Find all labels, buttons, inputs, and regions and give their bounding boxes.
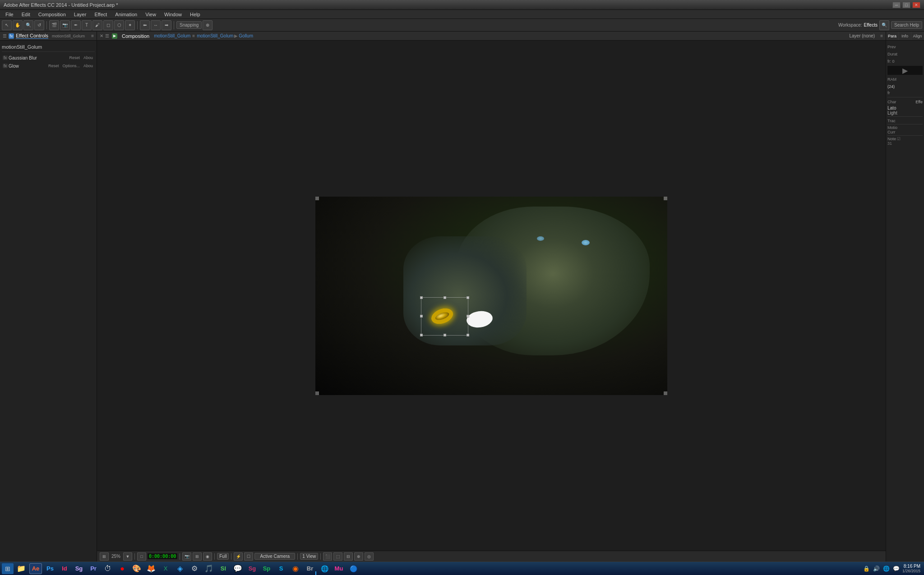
comp-header-menu[interactable]: ≡ (880, 33, 883, 38)
glow-options[interactable]: Options... (61, 64, 81, 68)
glow-about[interactable]: Abou (83, 64, 94, 68)
zoom-dropdown[interactable]: ▼ (123, 552, 132, 561)
start-button[interactable]: ⊞ (2, 563, 14, 574)
taskbar-muse[interactable]: Mu (333, 563, 345, 574)
tool-comp[interactable]: 🎬 (49, 20, 59, 30)
guides[interactable]: ⊟ (344, 552, 353, 561)
snapping-button[interactable]: Snapping (176, 21, 202, 29)
glow-reset[interactable]: Reset (47, 64, 60, 68)
fast-preview[interactable]: ⚡ (234, 552, 243, 561)
systray-security[interactable]: 🔒 (863, 565, 871, 573)
taskbar-sg[interactable]: Sg (73, 563, 85, 574)
taskbar-pr[interactable]: Pr (87, 563, 100, 574)
tool-brush[interactable]: 🖌 (92, 20, 102, 30)
taskbar-ie[interactable]: 🌐 (318, 563, 331, 574)
menu-layer[interactable]: Layer (70, 11, 90, 18)
tool-zoom[interactable]: 🔍 (23, 20, 33, 30)
viewer-snap[interactable]: ⊞ (100, 552, 109, 561)
taskbar-chrome[interactable]: 🔵 (347, 563, 360, 574)
systray-action-center[interactable]: 💬 (892, 565, 901, 573)
workspace-name[interactable]: Effects (864, 23, 878, 28)
menu-window[interactable]: Window (161, 11, 185, 18)
tool-pen[interactable]: ✒ (71, 20, 81, 30)
preview-bar[interactable]: ▶ (887, 66, 923, 75)
char-label[interactable]: Char (887, 100, 896, 104)
menu-composition[interactable]: Composition (35, 11, 69, 18)
tab-info[interactable]: Info (899, 32, 911, 40)
menu-help[interactable]: Help (186, 11, 204, 18)
taskbar-paint[interactable]: 🎨 (130, 563, 143, 574)
minimize-button[interactable]: ─ (892, 2, 901, 8)
taskbar-ps[interactable]: Ps (44, 563, 56, 574)
gaussian-blur-reset[interactable]: Reset (68, 55, 81, 60)
gaussian-blur-about[interactable]: Abou (83, 55, 94, 60)
comp-panel-close[interactable]: ✕ (100, 33, 103, 38)
tool-rotate[interactable]: ↺ (34, 20, 44, 30)
viewer-color[interactable]: ◉ (203, 552, 212, 561)
taskbar-settings[interactable]: ⚙ (188, 563, 201, 574)
tool-align-center[interactable]: ↔ (151, 20, 161, 30)
timecode-display[interactable]: 0:00:00:00 (148, 553, 177, 559)
taskbar-blue[interactable]: ◈ (174, 563, 186, 574)
tool-camera[interactable]: 📷 (60, 20, 70, 30)
menu-view[interactable]: View (142, 11, 160, 18)
viewer-grid[interactable]: ⊞ (193, 552, 202, 561)
tab-para[interactable]: Para (886, 32, 899, 40)
resolution-dropdown[interactable]: Full (217, 553, 229, 560)
window-controls[interactable]: ─ □ ✕ (892, 2, 920, 8)
taskbar-id[interactable]: Id (58, 563, 71, 574)
taskbar-sl[interactable]: Sl (217, 563, 230, 574)
panel-menu-btn[interactable]: ≡ (91, 33, 94, 38)
zoom-level[interactable]: 25% (110, 554, 122, 559)
menu-file[interactable]: File (2, 11, 17, 18)
taskbar-excel[interactable]: X (159, 563, 172, 574)
taskbar-sp[interactable]: Sp (260, 563, 273, 574)
tool-roto[interactable]: ⬡ (114, 20, 124, 30)
menu-animation[interactable]: Animation (111, 11, 141, 18)
menu-effect[interactable]: Effect (91, 11, 111, 18)
tab-align[interactable]: Align (911, 32, 924, 40)
taskbar-ae[interactable]: Ae (29, 563, 42, 574)
fr-link[interactable]: fr (887, 90, 923, 96)
note-checkbox[interactable]: ☑ (897, 137, 901, 141)
tool-text[interactable]: T (82, 20, 92, 30)
taskbar-bridge[interactable]: Br (304, 563, 316, 574)
effect-controls-tab[interactable]: Effect Controls (16, 33, 48, 39)
taskbar-chat[interactable]: 💬 (231, 563, 244, 574)
taskbar-shot[interactable]: Sg (246, 563, 259, 574)
systray-volume[interactable]: 🔊 (873, 565, 881, 573)
glow-item[interactable]: fx Glow Reset Options... Abou (2, 62, 95, 70)
tool-snap-extra[interactable]: ⊕ (203, 20, 213, 30)
tool-align-left[interactable]: ⬅ (140, 20, 150, 30)
taskbar-clock-display[interactable]: 8:16 PM 1/26/2015 (902, 564, 920, 573)
comp-tab-active[interactable]: Composition (119, 33, 152, 39)
search-help-button[interactable]: Search Help (891, 21, 922, 29)
viewer-camera[interactable]: 📷 (182, 552, 191, 561)
viewer-toggle[interactable]: □ (137, 552, 146, 561)
taskbar-red[interactable]: ● (116, 563, 129, 574)
tool-eraser[interactable]: ◻ (103, 20, 113, 30)
comp-name[interactable]: motionStill_Golum (154, 33, 190, 38)
effect-label[interactable]: Effe (915, 100, 923, 104)
view-count-dropdown[interactable]: 1 View (300, 553, 318, 560)
breadcrumb-layer[interactable]: Gollum (239, 33, 253, 38)
gaussian-blur-item[interactable]: fx Gaussian Blur Reset Abou (2, 54, 95, 62)
taskbar-skype[interactable]: S (275, 563, 287, 574)
menu-edit[interactable]: Edit (18, 11, 34, 18)
tool-select[interactable]: ↖ (2, 20, 12, 30)
transparency[interactable]: ☐ (244, 552, 253, 561)
workspace-search[interactable]: 🔍 (879, 20, 889, 30)
taskbar-win-live[interactable]: ◉ (289, 563, 302, 574)
taskbar-file-manager[interactable]: 📁 (15, 563, 28, 574)
camera-dropdown[interactable]: Active Camera (254, 553, 295, 560)
tool-align-right[interactable]: ➡ (162, 20, 171, 30)
taskbar-firefox[interactable]: 🦊 (145, 563, 157, 574)
3d-view[interactable]: ⊕ (354, 552, 363, 561)
playhead[interactable] (315, 571, 316, 575)
systray-network[interactable]: 🌐 (882, 565, 891, 573)
play-icon[interactable]: ▶ (902, 66, 908, 75)
toggle-channels[interactable]: ⬛ (323, 552, 332, 561)
comp-viewer[interactable] (97, 41, 886, 551)
taskbar-music[interactable]: 🎵 (203, 563, 215, 574)
comp-panel-menu[interactable]: ☰ (105, 33, 109, 38)
